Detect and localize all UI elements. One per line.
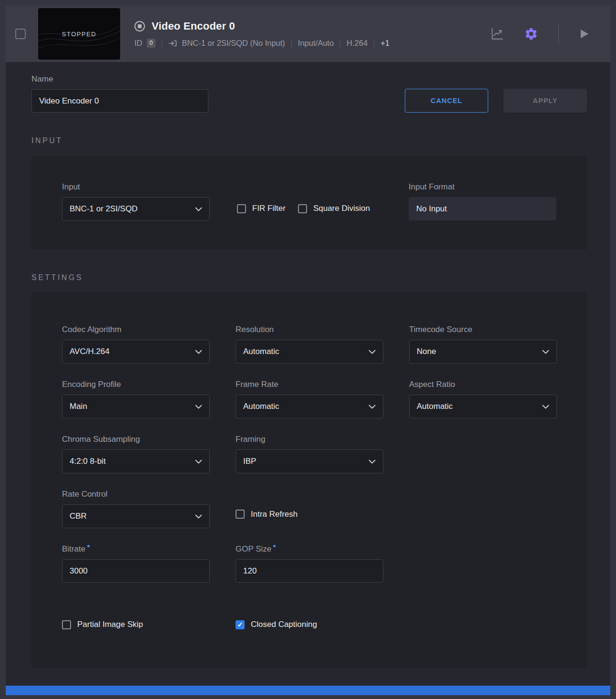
checkbox-box bbox=[237, 204, 246, 213]
checkbox-label: Partial Image Skip bbox=[77, 620, 143, 629]
chevron-down-icon bbox=[369, 405, 376, 409]
required-indicator bbox=[273, 545, 276, 547]
encoding-profile-select[interactable]: Main bbox=[62, 395, 210, 418]
apply-button[interactable]: APPLY bbox=[503, 89, 587, 113]
chroma-subsampling-label: Chroma Subsampling bbox=[62, 435, 210, 444]
bitrate-field: Bitrate bbox=[62, 544, 210, 583]
gear-icon bbox=[524, 27, 538, 41]
divider bbox=[558, 24, 559, 44]
codec-algorithm-select[interactable]: AVC/H.264 bbox=[62, 340, 210, 364]
checkbox-label: Closed Captioning bbox=[251, 620, 317, 629]
checkbox-box bbox=[298, 204, 307, 213]
start-button[interactable] bbox=[579, 29, 589, 39]
separator bbox=[374, 39, 374, 48]
id-badge: 0 bbox=[147, 39, 156, 48]
input-format-label: Input Format bbox=[409, 182, 556, 192]
bitrate-label: Bitrate bbox=[62, 544, 210, 554]
checkbox-box bbox=[62, 620, 71, 629]
input-format-field: Input Format No Input bbox=[409, 182, 556, 220]
input-source-icon bbox=[168, 39, 177, 48]
bitrate-input[interactable] bbox=[62, 559, 210, 583]
chevron-down-icon bbox=[195, 350, 202, 354]
form-actions: CANCEL APPLY bbox=[405, 89, 587, 113]
preview-thumbnail: STOPPED bbox=[38, 8, 120, 60]
chevron-down-icon bbox=[369, 350, 376, 354]
settings-card: Codec Algorithm AVC/H.264 Resolution Aut… bbox=[31, 292, 587, 668]
id-label: ID bbox=[134, 39, 143, 48]
fir-filter-checkbox[interactable]: FIR Filter bbox=[237, 204, 286, 213]
chroma-subsampling-select[interactable]: 4:2:0 8-bit bbox=[62, 449, 210, 473]
framing-field: Framing IBP bbox=[236, 435, 383, 473]
checkbox-label: Intra Refresh bbox=[251, 510, 298, 519]
checkbox-label: FIR Filter bbox=[252, 204, 286, 213]
aspect-ratio-label: Aspect Ratio bbox=[409, 380, 557, 389]
more-badges[interactable]: +1 bbox=[380, 39, 390, 48]
input-mode-summary: Input/Auto bbox=[298, 39, 334, 48]
frame-rate-select[interactable]: Automatic bbox=[236, 395, 383, 418]
settings-section-title: SETTINGS bbox=[31, 273, 587, 282]
name-field: Name bbox=[31, 74, 208, 113]
encoder-form: Name CANCEL APPLY INPUT Input BNC-1 or 2… bbox=[6, 62, 610, 686]
frame-rate-label: Frame Rate bbox=[236, 380, 383, 389]
intra-refresh-checkbox[interactable]: Intra Refresh bbox=[236, 510, 298, 519]
rate-control-label: Rate Control bbox=[62, 490, 210, 499]
chevron-down-icon bbox=[195, 459, 202, 464]
title-block: Video Encoder 0 ID 0 BNC-1 or 2SI/SQD (N… bbox=[134, 20, 390, 48]
checkbox-label: Square Division bbox=[313, 204, 370, 213]
checkbox-box bbox=[236, 620, 245, 629]
name-label: Name bbox=[31, 74, 208, 84]
input-select-value: BNC-1 or 2SI/SQD bbox=[70, 204, 138, 214]
resolution-label: Resolution bbox=[236, 325, 383, 334]
chart-icon bbox=[491, 28, 504, 40]
resolution-field: Resolution Automatic bbox=[236, 325, 383, 364]
chroma-subsampling-field: Chroma Subsampling 4:2:0 8-bit bbox=[62, 435, 210, 473]
cancel-button[interactable]: CANCEL bbox=[405, 89, 488, 113]
stats-button[interactable] bbox=[491, 28, 504, 40]
separator bbox=[162, 39, 162, 48]
aspect-ratio-field: Aspect Ratio Automatic bbox=[409, 380, 557, 418]
rate-control-field: Rate Control CBR bbox=[62, 490, 210, 528]
frame-rate-field: Frame Rate Automatic bbox=[236, 380, 383, 418]
footer-accent-bar bbox=[6, 686, 610, 695]
encoder-panel: STOPPED Video Encoder 0 ID 0 BNC-1 or 2 bbox=[6, 6, 610, 695]
resolution-select[interactable]: Automatic bbox=[236, 340, 383, 364]
gop-size-field: GOP Size bbox=[236, 544, 383, 583]
input-select[interactable]: BNC-1 or 2SI/SQD bbox=[62, 197, 210, 221]
closed-captioning-checkbox[interactable]: Closed Captioning bbox=[236, 620, 383, 629]
select-checkbox[interactable] bbox=[15, 29, 26, 39]
timecode-source-field: Timecode Source None bbox=[409, 325, 557, 364]
framing-select[interactable]: IBP bbox=[236, 449, 383, 473]
play-icon bbox=[579, 29, 589, 39]
encoding-profile-field: Encoding Profile Main bbox=[62, 380, 210, 418]
name-input[interactable] bbox=[31, 89, 208, 113]
partial-image-skip-checkbox[interactable]: Partial Image Skip bbox=[62, 620, 210, 629]
chevron-down-icon bbox=[195, 514, 202, 519]
rate-control-select[interactable]: CBR bbox=[62, 504, 210, 528]
timecode-source-label: Timecode Source bbox=[409, 325, 557, 334]
required-indicator bbox=[87, 545, 90, 547]
codec-algorithm-field: Codec Algorithm AVC/H.264 bbox=[62, 325, 210, 364]
input-format-value: No Input bbox=[409, 197, 556, 220]
codec-algorithm-label: Codec Algorithm bbox=[62, 325, 210, 334]
aspect-ratio-select[interactable]: Automatic bbox=[409, 395, 557, 418]
chevron-down-icon bbox=[542, 350, 549, 354]
codec-summary: H.264 bbox=[347, 39, 368, 48]
chevron-down-icon bbox=[195, 207, 202, 211]
header: STOPPED Video Encoder 0 ID 0 BNC-1 or 2 bbox=[6, 6, 610, 62]
encoder-meta: ID 0 BNC-1 or 2SI/SQD (No Input) Input/A… bbox=[134, 39, 390, 48]
input-section-title: INPUT bbox=[31, 136, 587, 145]
square-division-checkbox[interactable]: Square Division bbox=[298, 204, 370, 213]
chevron-down-icon bbox=[542, 405, 549, 409]
separator bbox=[340, 39, 340, 48]
stopped-status-icon bbox=[134, 21, 145, 31]
header-actions bbox=[491, 24, 589, 44]
chevron-down-icon bbox=[369, 459, 376, 464]
gop-size-input[interactable] bbox=[236, 559, 383, 583]
source-summary: BNC-1 or 2SI/SQD (No Input) bbox=[182, 39, 285, 48]
timecode-source-select[interactable]: None bbox=[409, 340, 557, 364]
gop-size-label: GOP Size bbox=[236, 544, 383, 554]
separator bbox=[291, 39, 292, 48]
chevron-down-icon bbox=[195, 405, 202, 409]
framing-label: Framing bbox=[236, 435, 383, 444]
settings-button[interactable] bbox=[524, 27, 538, 41]
